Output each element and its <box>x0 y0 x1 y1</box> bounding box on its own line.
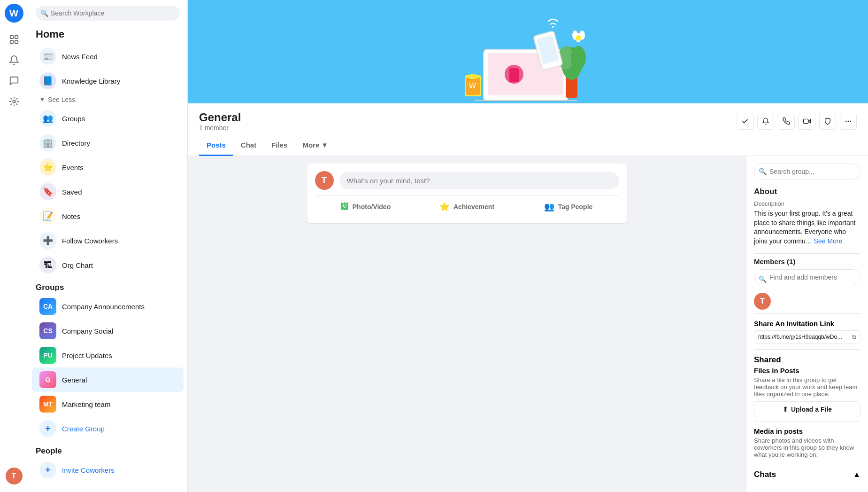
upload-icon: ⬆ <box>783 406 788 413</box>
description-label: Description <box>754 200 860 207</box>
tab-posts[interactable]: Posts <box>199 135 233 156</box>
news-feed-label: News Feed <box>62 53 98 61</box>
sidebar-item-knowledge-library[interactable]: 📘 Knowledge Library <box>32 69 184 93</box>
create-group-label: Create Group <box>62 425 105 433</box>
see-less-label: See Less <box>48 96 75 103</box>
chats-header[interactable]: Chats ▲ <box>754 470 860 479</box>
about-section: About Description This is your first gro… <box>754 187 860 246</box>
svg-point-17 <box>571 46 586 70</box>
sidebar-item-notes[interactable]: 📝 Notes <box>32 204 184 228</box>
see-more-link[interactable]: See More <box>814 237 843 245</box>
user-avatar[interactable]: T <box>6 468 23 484</box>
svg-text:W: W <box>469 82 476 90</box>
svg-rect-9 <box>474 100 577 101</box>
call-action-btn[interactable] <box>778 113 795 130</box>
chat-nav-icon[interactable] <box>5 71 23 90</box>
files-label: Files in Posts <box>754 367 860 375</box>
project-updates-label: Project Updates <box>62 351 112 359</box>
sidebar-group-company-social[interactable]: CS Company Social <box>32 319 184 343</box>
shared-section: Shared Files in Posts Share a file in th… <box>754 355 860 417</box>
create-group-plus-icon: + <box>39 420 56 437</box>
sidebar-item-directory[interactable]: 🏢 Directory <box>32 131 184 155</box>
org-chart-label: Org Chart <box>62 261 93 269</box>
sidebar-item-follow-coworkers[interactable]: ➕ Follow Coworkers <box>32 228 184 253</box>
divider-4 <box>754 421 860 422</box>
more-action-btn[interactable] <box>840 113 857 130</box>
directory-label: Directory <box>62 139 90 147</box>
sidebar-group-general[interactable]: G General <box>32 367 184 392</box>
tab-files[interactable]: Files <box>264 135 295 156</box>
knowledge-library-icon: 📘 <box>39 72 56 89</box>
photo-video-action[interactable]: 🖼 Photo/Video <box>315 198 416 216</box>
sidebar-search-input[interactable] <box>36 6 180 21</box>
sidebar-item-events[interactable]: ⭐ Events <box>32 155 184 180</box>
chats-section: Chats ▲ <box>754 464 860 479</box>
create-group-item[interactable]: + Create Group <box>32 416 184 441</box>
integrations-nav-icon[interactable] <box>5 92 23 111</box>
sidebar-item-org-chart[interactable]: 🏗 Org Chart <box>32 253 184 277</box>
group-tabs: Posts Chat Files More ▼ <box>199 135 857 156</box>
left-icon-bar: W T <box>0 0 28 492</box>
svg-rect-8 <box>509 68 519 82</box>
invite-coworkers-plus-icon: + <box>39 461 56 478</box>
svg-rect-1 <box>15 36 17 39</box>
composer-actions: 🖼 Photo/Video ⭐ Achievement 👥 Tag People <box>315 198 619 216</box>
composer-input[interactable] <box>339 172 619 189</box>
see-less-toggle[interactable]: ▼ See Less <box>32 93 184 106</box>
svg-point-28 <box>848 121 848 121</box>
achievement-action[interactable]: ⭐ Achievement <box>416 198 518 216</box>
right-search-input[interactable] <box>754 164 860 180</box>
news-feed-icon: 📰 <box>39 48 56 65</box>
groups-icon: 👥 <box>39 110 56 127</box>
tag-people-icon: 👥 <box>544 202 554 212</box>
privacy-action-btn[interactable] <box>819 113 836 130</box>
sidebar-item-groups[interactable]: 👥 Groups <box>32 106 184 131</box>
sidebar-search-icon: 🔍 <box>40 9 48 17</box>
media-desc: Share photos and videos with coworkers i… <box>754 437 860 458</box>
follow-coworkers-icon: ➕ <box>39 232 56 249</box>
sidebar-item-saved[interactable]: 🔖 Saved <box>32 180 184 204</box>
svg-point-4 <box>13 100 15 103</box>
achievement-label: Achievement <box>453 203 494 211</box>
notifications-nav-icon[interactable] <box>5 51 23 70</box>
company-announcements-label: Company Announcements <box>62 303 145 311</box>
main-content: W General 1 member <box>188 0 868 492</box>
composer-divider <box>315 195 619 196</box>
follow-coworkers-label: Follow Coworkers <box>62 237 118 245</box>
video-action-btn[interactable] <box>799 113 815 130</box>
general-label: General <box>62 376 87 384</box>
org-chart-icon: 🏗 <box>39 257 56 273</box>
member-avatar: T <box>754 293 771 310</box>
tag-people-label: Tag People <box>558 203 593 211</box>
sidebar-item-news-feed[interactable]: 📰 News Feed <box>32 44 184 69</box>
notification-action-btn[interactable] <box>757 113 774 130</box>
svg-rect-26 <box>804 119 808 123</box>
copy-link-icon[interactable]: ⧉ <box>848 331 860 343</box>
svg-rect-3 <box>15 40 17 43</box>
files-desc: Share a file in this group to get feedba… <box>754 376 860 398</box>
post-composer: T 🖼 Photo/Video ⭐ Achievement 👥 <box>307 164 627 223</box>
find-members-input[interactable] <box>754 269 860 285</box>
logo-icon[interactable]: W <box>5 4 23 23</box>
find-members-search-icon: 🔍 <box>759 275 767 283</box>
posts-area: T 🖼 Photo/Video ⭐ Achievement 👥 <box>188 156 746 492</box>
checkmark-action-btn[interactable] <box>737 113 753 130</box>
svg-rect-2 <box>10 40 13 43</box>
events-icon: ⭐ <box>39 159 56 176</box>
home-nav-icon[interactable] <box>5 30 23 49</box>
sidebar-group-company-announcements[interactable]: CA Company Announcements <box>32 294 184 319</box>
invitation-section: Share An Invitation Link https://fb.me/g… <box>754 320 860 344</box>
invitation-label: Share An Invitation Link <box>754 320 860 328</box>
composer-avatar: T <box>315 171 334 190</box>
shared-title: Shared <box>754 355 860 365</box>
invite-coworkers-link-item[interactable]: + Invite Coworkers <box>32 458 184 482</box>
invitation-link-box: https://fb.me/g/1sH9eaqqb/wDoGFDMh ⧉ <box>754 330 860 344</box>
tab-more[interactable]: More ▼ <box>295 135 336 156</box>
right-sidebar: 🔍 About Description This is your first g… <box>746 156 868 492</box>
sidebar-group-marketing-team[interactable]: MT Marketing team <box>32 392 184 416</box>
tag-people-action[interactable]: 👥 Tag People <box>518 198 619 216</box>
upload-file-button[interactable]: ⬆ Upload a File <box>754 401 860 417</box>
tab-chat[interactable]: Chat <box>233 135 264 156</box>
about-description: This is your first group. It's a great p… <box>754 209 860 246</box>
sidebar-group-project-updates[interactable]: PU Project Updates <box>32 343 184 367</box>
